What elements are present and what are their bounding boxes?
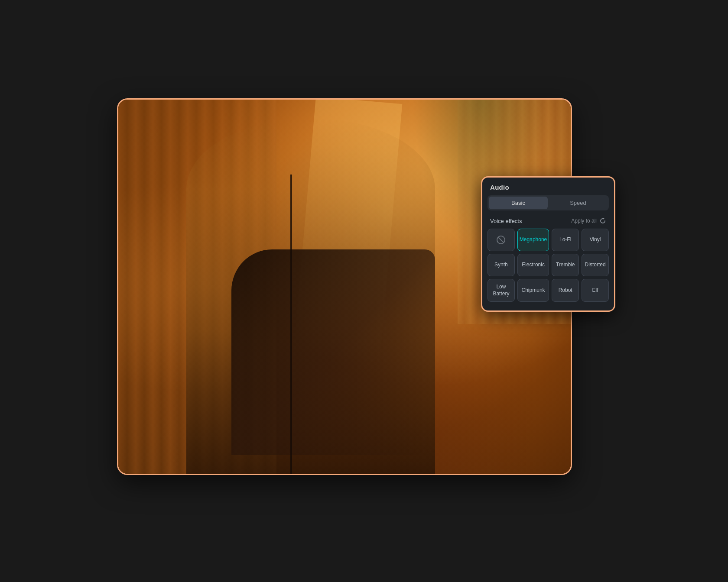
tab-speed[interactable]: Speed xyxy=(549,197,608,209)
effect-vinyl[interactable]: Vinyl xyxy=(582,229,609,251)
effect-none[interactable] xyxy=(488,229,515,251)
effect-distorted[interactable]: Distorted xyxy=(582,254,609,276)
tabs-row: Basic Speed xyxy=(488,195,609,210)
effect-elf[interactable]: Elf xyxy=(582,279,609,302)
voice-effects-label: Voice effects xyxy=(490,218,522,224)
mic-stand xyxy=(290,175,292,474)
apply-to-all-label: Apply to all xyxy=(571,218,597,224)
voice-effects-header: Voice effects Apply to all xyxy=(482,216,614,229)
panel-title: Audio xyxy=(482,178,614,195)
audio-panel: Audio Basic Speed Voice effects Apply to… xyxy=(481,176,615,312)
effect-chipmunk[interactable]: Chipmunk xyxy=(517,279,549,302)
effects-grid: Megaphone Lo-Fi Vinyl Synth Electronic T… xyxy=(482,229,614,309)
effect-tremble[interactable]: Tremble xyxy=(552,254,579,276)
tab-basic[interactable]: Basic xyxy=(489,197,548,209)
effect-megaphone[interactable]: Megaphone xyxy=(517,229,549,251)
effect-lofi[interactable]: Lo-Fi xyxy=(552,229,579,251)
panel-footer xyxy=(482,309,614,310)
svg-marker-0 xyxy=(603,218,604,220)
guitar-silhouette xyxy=(231,249,435,455)
effect-robot[interactable]: Robot xyxy=(552,279,579,302)
svg-line-2 xyxy=(498,237,504,243)
effect-electronic[interactable]: Electronic xyxy=(517,254,549,276)
apply-to-all[interactable]: Apply to all xyxy=(571,217,606,224)
scene-container: Audio Basic Speed Voice effects Apply to… xyxy=(104,64,624,518)
effect-synth[interactable]: Synth xyxy=(488,254,515,276)
effect-low-battery[interactable]: Low Battery xyxy=(488,279,515,302)
reset-icon xyxy=(599,217,606,224)
